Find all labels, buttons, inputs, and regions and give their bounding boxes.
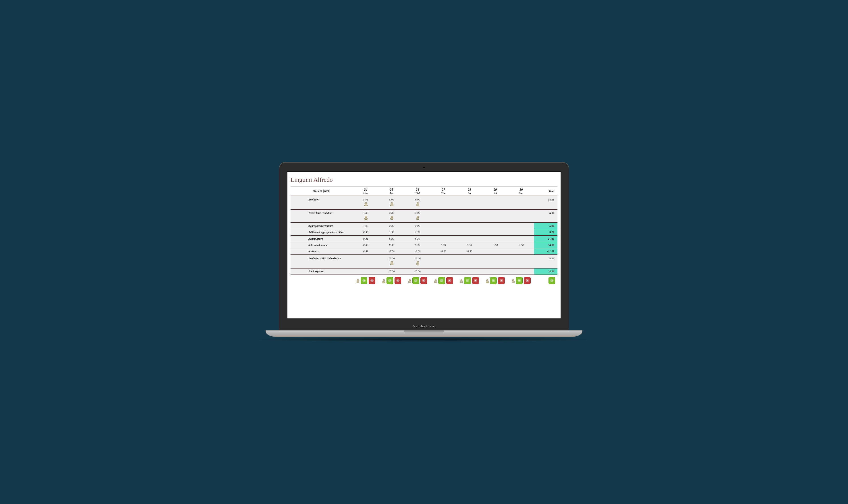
reject-button[interactable]	[369, 277, 375, 284]
person-icon	[390, 216, 393, 220]
laptop-shadow	[252, 337, 596, 342]
cell-value: 8:31	[353, 248, 379, 255]
reject-button[interactable]	[498, 277, 505, 284]
day-header-tue: 25Tue	[379, 187, 405, 196]
row-label: Scheduled hours	[290, 242, 353, 248]
reject-button[interactable]	[472, 277, 479, 284]
approve-button[interactable]	[387, 277, 393, 284]
row-label: Total expenses	[290, 268, 353, 275]
row-total: 34:00	[534, 242, 558, 248]
cell-value	[482, 196, 508, 210]
cell-value: 1:30	[379, 229, 405, 236]
day-actions-tue	[379, 277, 404, 284]
table-row: Scheduled hours0:008:308:308:308:300:000…	[290, 242, 558, 248]
laptop-mockup: MacBook Pro Linguini Alfredo Week 21 (20…	[279, 162, 569, 342]
week-label: Week 21 (2021)	[290, 187, 353, 196]
person-icon	[416, 202, 419, 206]
day-header-thu: 27Thu	[430, 187, 456, 196]
day-actions-thu	[431, 277, 456, 284]
approve-button[interactable]	[412, 277, 419, 284]
cell-value	[430, 229, 456, 236]
cell-value: 8:01	[353, 196, 379, 210]
approve-button[interactable]	[438, 277, 445, 284]
app-screen: Linguini Alfredo Week 21 (2021) 24Mon 25…	[287, 172, 561, 319]
day-header-sun: 30Sun	[508, 187, 534, 196]
approve-button[interactable]	[490, 277, 497, 284]
person-icon	[408, 279, 411, 283]
svg-point-10	[492, 279, 495, 282]
day-actions-sun	[509, 277, 533, 284]
reject-button[interactable]	[394, 277, 401, 284]
day-header-mon: 24Mon	[353, 187, 379, 196]
svg-point-14	[550, 279, 554, 282]
table-row: Aggregate travel times1:002:002:005:00	[290, 223, 558, 229]
cell-value: 1:00	[353, 210, 379, 223]
day-actions-wed	[405, 277, 429, 284]
cell-value: 2:00	[379, 210, 405, 223]
cell-value	[508, 248, 534, 255]
table-row: Actual hours8:316:306:3021:31	[290, 236, 558, 242]
cell-value	[482, 223, 508, 229]
approve-button[interactable]	[360, 277, 367, 284]
day-actions-sat	[483, 277, 507, 284]
reject-button[interactable]	[524, 277, 531, 284]
svg-point-12	[518, 279, 521, 282]
approve-button[interactable]	[549, 277, 555, 284]
cell-value	[482, 210, 508, 223]
cell-value	[482, 268, 508, 275]
cell-value	[456, 223, 482, 229]
cell-value	[508, 223, 534, 229]
header-row: Week 21 (2021) 24Mon 25Tue 26Wed 27Thu 2…	[290, 187, 558, 196]
cell-value	[482, 248, 508, 255]
laptop-base	[266, 330, 582, 337]
table-row: Total expenses15.0015.0030.00	[290, 268, 558, 275]
person-icon	[364, 216, 367, 220]
cell-value: 15.00	[379, 268, 405, 275]
cell-value: 5:00	[379, 196, 405, 210]
cell-value	[430, 268, 456, 275]
cell-value: 0:00	[482, 242, 508, 248]
row-total: 5:00	[534, 210, 558, 223]
cell-value	[482, 255, 508, 268]
cell-value	[456, 196, 482, 210]
cell-value: 0:00	[353, 242, 379, 248]
cell-value	[456, 268, 482, 275]
row-total: 18:01	[534, 196, 558, 210]
cell-value	[456, 210, 482, 223]
cell-value: -2:00	[405, 248, 430, 255]
svg-point-8	[466, 279, 469, 282]
reject-button[interactable]	[420, 277, 427, 284]
cell-value: 8:30	[379, 242, 405, 248]
total-header: Total	[534, 187, 558, 196]
day-header-sat: 29Sat	[482, 187, 508, 196]
laptop-notch	[404, 330, 444, 333]
cell-value	[508, 210, 534, 223]
cell-value: 2:00	[379, 223, 405, 229]
row-label: Evolution	[290, 196, 353, 210]
approve-button[interactable]	[516, 277, 523, 284]
cell-value: -8:30	[430, 248, 456, 255]
row-total: -12:29	[534, 248, 558, 255]
row-label: Actual hours	[290, 236, 353, 242]
person-icon	[390, 261, 393, 265]
cell-value: -2:00	[379, 248, 405, 255]
cell-value	[456, 229, 482, 236]
cell-value	[430, 223, 456, 229]
person-icon	[486, 279, 489, 283]
cell-value	[353, 255, 379, 268]
cell-value: 8:30	[430, 242, 456, 248]
cell-value: 8:30	[405, 242, 430, 248]
cell-value	[430, 255, 456, 268]
cell-value	[508, 236, 534, 242]
cell-value	[508, 268, 534, 275]
day-header-wed: 26Wed	[405, 187, 430, 196]
person-icon	[416, 216, 419, 220]
laptop-screen-frame: MacBook Pro Linguini Alfredo Week 21 (20…	[279, 162, 569, 330]
table-row: +/- hours8:31-2:00-2:00-8:30-8:30-12:29	[290, 248, 558, 255]
reject-button[interactable]	[446, 277, 453, 284]
approve-button[interactable]	[464, 277, 471, 284]
row-total: 5:00	[534, 223, 558, 229]
cell-value: 2:00	[405, 210, 430, 223]
row-total: 3:30	[534, 229, 558, 236]
cell-value: 8:30	[456, 242, 482, 248]
